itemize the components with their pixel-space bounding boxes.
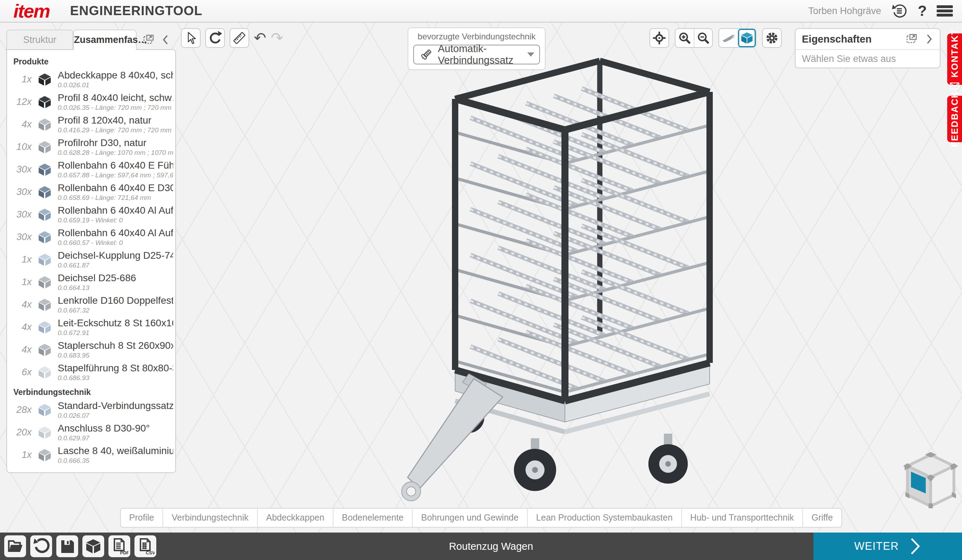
- history-icon[interactable]: [891, 2, 908, 19]
- undo-icon[interactable]: ↶: [254, 28, 266, 48]
- connection-select[interactable]: Automatik-Verbindungssatz: [413, 45, 540, 65]
- popout-icon[interactable]: [905, 32, 919, 46]
- part-row[interactable]: 1xAbdeckkappe 8 40x40, sch…0.0.026.01: [7, 68, 175, 90]
- feedback-tab[interactable]: FEEDBACK: [947, 96, 962, 142]
- save-button[interactable]: [56, 535, 78, 557]
- part-article-number: 0.0.667.32: [58, 307, 173, 314]
- part-count: 1x: [7, 254, 32, 265]
- part-thumbnail: [37, 341, 53, 358]
- part-row[interactable]: 1xLasche 8 40, weißaluminiu…0.0.666.35: [7, 444, 175, 466]
- part-thumbnail: [37, 319, 53, 335]
- measure-tool-button[interactable]: [229, 28, 249, 48]
- part-row[interactable]: 6xStapelführung 8 St 80x80-3…0.0.686.93: [7, 361, 175, 383]
- envelope-icon: [950, 82, 960, 90]
- collapse-panel-icon[interactable]: [161, 34, 169, 46]
- part-count: 1x: [7, 449, 32, 460]
- zoom-out-button[interactable]: [694, 29, 712, 47]
- part-thumbnail: [37, 206, 53, 223]
- export-3d-button[interactable]: [82, 535, 104, 557]
- part-thumbnail: [37, 184, 53, 200]
- redo-icon[interactable]: ↷: [271, 28, 283, 48]
- part-article-number: 0.0.683.95: [58, 352, 173, 359]
- category-tab[interactable]: Bodenelemente: [333, 508, 412, 527]
- collapse-properties-icon[interactable]: [925, 33, 933, 45]
- perspective-view-button[interactable]: [719, 29, 738, 47]
- 3d-model-cart[interactable]: [366, 53, 739, 521]
- part-title: Deichsel D25-686: [58, 273, 173, 284]
- part-row[interactable]: 30xRollenbahn 6 40x40 E D300.0.658.69 - …: [7, 181, 175, 203]
- part-article-number: 0.0.660.57 - Winkel: 0: [58, 239, 173, 247]
- properties-panel: Eigenschaften Wählen Sie etwas aus: [795, 28, 941, 68]
- contact-tab[interactable]: KONTAKT: [947, 34, 962, 85]
- part-icon: [32, 364, 58, 380]
- app-header: item ENGINEERINGTOOL Torben Hohgräve ?: [0, 0, 962, 23]
- part-row[interactable]: 4xLenkrolle D160 Doppelfest…0.0.667.32: [7, 293, 175, 316]
- part-count: 28x: [7, 404, 32, 415]
- properties-title: Eigenschaften: [802, 34, 905, 45]
- view-mode-group: [718, 28, 757, 48]
- chevron-down-icon: [527, 52, 534, 56]
- part-count: 1x: [7, 277, 32, 287]
- help-icon[interactable]: ?: [918, 2, 927, 19]
- part-row[interactable]: 30xRollenbahn 6 40x40 E Führ…0.0.657.88 …: [7, 158, 175, 181]
- chevron-right-icon: [909, 537, 921, 555]
- category-tab[interactable]: Lean Production Systembaukasten: [527, 508, 681, 527]
- parts-panel: Struktur Zusammenfas… Produkte1xAbdeckka…: [6, 28, 176, 473]
- part-row[interactable]: 4xStaplerschuh 8 St 260x90x…0.0.683.95: [7, 338, 175, 361]
- part-row[interactable]: 12xProfil 8 40x40 leicht, schw…0.0.026.3…: [7, 90, 175, 113]
- part-article-number: 0.0.659.19 - Winkel: 0: [58, 216, 173, 224]
- viewport-3d[interactable]: Struktur Zusammenfas… Produkte1xAbdeckka…: [0, 23, 962, 560]
- part-count: 1x: [7, 74, 32, 85]
- part-row[interactable]: 30xRollenbahn 6 40x40 Al Auf…0.0.660.57 …: [7, 226, 175, 248]
- part-row[interactable]: 20xAnschluss 8 D30-90°0.0.629.97: [7, 421, 175, 444]
- part-row[interactable]: 4xProfil 8 120x40, natur0.0.416.29 - Län…: [7, 113, 175, 136]
- part-row[interactable]: 10xProfilrohr D30, natur0.0.628.28 - Län…: [7, 136, 175, 158]
- contact-tab-label: KONTAKT: [949, 29, 960, 77]
- orientation-cube[interactable]: [900, 449, 962, 511]
- connection-label: bevorzugte Verbindungstechnik: [413, 32, 540, 42]
- zoom-in-button[interactable]: [675, 29, 694, 47]
- category-tab[interactable]: Abdeckkappen: [257, 508, 333, 527]
- reset-button[interactable]: [30, 535, 52, 557]
- part-icon: [32, 341, 58, 358]
- category-tab[interactable]: Bohrungen und Gewinde: [412, 508, 527, 527]
- part-title: Standard-Verbindungssatz …: [58, 400, 173, 412]
- part-thumbnail: [37, 402, 53, 418]
- section-title: Produkte: [7, 53, 175, 68]
- feedback-tab-label: FEEDBACK: [949, 91, 960, 147]
- center-view-button[interactable]: [649, 28, 669, 48]
- part-title: Profil 8 120x40, natur: [58, 115, 173, 126]
- category-tab[interactable]: Griffe: [802, 508, 841, 527]
- part-icon: [32, 229, 58, 245]
- part-title: Rollenbahn 6 40x40 Al Auf…: [58, 228, 173, 239]
- tab-zusammenfassung[interactable]: Zusammenfas…: [73, 29, 137, 50]
- settings-button[interactable]: [762, 28, 782, 48]
- part-row[interactable]: 28xStandard-Verbindungssatz …0.0.026.07: [7, 399, 175, 421]
- part-thumbnail: [37, 161, 53, 178]
- part-title: Anschluss 8 D30-90°: [58, 423, 173, 434]
- part-article-number: 0.0.686.93: [58, 374, 173, 382]
- category-tab[interactable]: Profile: [121, 508, 163, 527]
- menu-icon[interactable]: [937, 4, 953, 18]
- part-row[interactable]: 4xLeit-Eckschutz 8 St 160x16…0.0.672.91: [7, 316, 175, 338]
- category-tab[interactable]: Verbindungstechnik: [163, 508, 257, 527]
- weiter-label: WEITER: [854, 540, 899, 553]
- rotate-view-button[interactable]: [205, 28, 225, 48]
- tab-struktur[interactable]: Struktur: [6, 29, 73, 50]
- category-tab[interactable]: Hub- und Transporttechnik: [681, 508, 802, 527]
- part-row[interactable]: 1xDeichsel D25-6860.0.664.13: [7, 271, 175, 293]
- select-tool-button[interactable]: [181, 28, 201, 48]
- part-icon: [32, 402, 58, 418]
- part-count: 4x: [7, 299, 32, 310]
- open-project-button[interactable]: [4, 535, 26, 557]
- export-pdf-button[interactable]: PDF: [108, 535, 130, 557]
- part-icon: [32, 296, 58, 313]
- part-icon: [32, 71, 58, 87]
- export-csv-button[interactable]: CSV: [134, 535, 156, 557]
- part-article-number: 0.0.026.07: [58, 412, 173, 420]
- part-thumbnail: [37, 71, 53, 87]
- orthographic-view-button[interactable]: [738, 29, 756, 47]
- part-row[interactable]: 30xRollenbahn 6 40x40 Al Auf…0.0.659.19 …: [7, 203, 175, 226]
- weiter-button[interactable]: WEITER: [814, 533, 962, 560]
- part-row[interactable]: 1xDeichsel-Kupplung D25-74,…0.0.661.87: [7, 248, 175, 271]
